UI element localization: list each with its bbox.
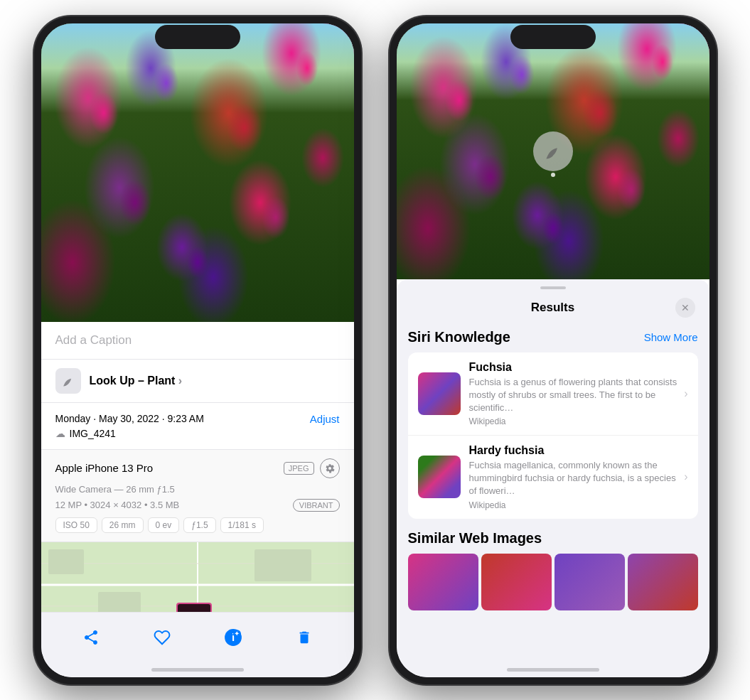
home-indicator bbox=[41, 663, 354, 677]
results-header: Results ✕ bbox=[397, 289, 709, 325]
settings-badge bbox=[320, 458, 340, 478]
lookup-row[interactable]: Look Up – Plant › bbox=[41, 360, 354, 403]
heart-icon bbox=[154, 629, 171, 646]
fuchsia-chevron: › bbox=[684, 387, 687, 400]
siri-knowledge-header: Siri Knowledge Show More bbox=[408, 329, 698, 345]
exif-row: ISO 50 26 mm 0 ev ƒ1.5 1/181 s bbox=[55, 517, 340, 533]
map-roads-svg bbox=[41, 542, 354, 612]
results-title: Results bbox=[431, 301, 675, 315]
visual-lookup-icon bbox=[55, 368, 81, 394]
fuchsia-item[interactable]: Fuchsia Fuchsia is a genus of flowering … bbox=[408, 352, 698, 436]
hardy-thumb bbox=[418, 456, 461, 498]
left-phone-notch bbox=[155, 25, 240, 49]
left-phone-screen: Add a Caption Look Up – Plant › Monday ·… bbox=[41, 23, 354, 677]
visual-search-dot bbox=[551, 173, 555, 177]
camera-details: Wide Camera — 26 mm ƒ1.5 bbox=[55, 484, 340, 495]
hardy-desc: Fuchsia magellanica, commonly known as t… bbox=[469, 459, 679, 498]
results-content: Siri Knowledge Show More Fuchsia Fuchsia… bbox=[397, 325, 709, 663]
knowledge-card: Fuchsia Fuchsia is a genus of flowering … bbox=[408, 352, 698, 519]
right-home-indicator bbox=[397, 663, 709, 677]
exposure-value: 0 ev bbox=[148, 517, 180, 533]
device-name-row: Apple iPhone 13 Pro JPEG bbox=[55, 458, 340, 478]
favorite-button[interactable] bbox=[148, 623, 176, 652]
photo-area[interactable] bbox=[41, 23, 354, 322]
iso-value: ISO 50 bbox=[55, 517, 97, 533]
similar-title: Similar Web Images bbox=[408, 530, 698, 546]
sparkle-info-icon: i ✦ bbox=[224, 628, 242, 647]
hardy-info: Hardy fuchsia Fuchsia magellanica, commo… bbox=[469, 444, 679, 510]
fuchsia-name: Fuchsia bbox=[469, 361, 679, 374]
aperture-value: ƒ1.5 bbox=[183, 517, 215, 533]
svg-rect-5 bbox=[98, 592, 141, 612]
trash-icon bbox=[296, 630, 312, 645]
siri-knowledge-title: Siri Knowledge bbox=[408, 329, 510, 345]
metadata-date: Monday · May 30, 2022 · 9:23 AM bbox=[55, 413, 204, 424]
settings-icon bbox=[325, 463, 335, 473]
hardy-name: Hardy fuchsia bbox=[469, 444, 679, 457]
right-phone-screen: Results ✕ Siri Knowledge Show More bbox=[397, 23, 709, 677]
device-section: Apple iPhone 13 Pro JPEG Wide Camera — 2… bbox=[41, 450, 354, 542]
show-more-button[interactable]: Show More bbox=[644, 331, 698, 343]
adjust-button[interactable]: Adjust bbox=[310, 413, 340, 425]
close-button[interactable]: ✕ bbox=[675, 298, 695, 318]
right-phone-notch bbox=[510, 25, 596, 49]
visual-search-button[interactable] bbox=[533, 131, 573, 171]
svg-rect-7 bbox=[48, 549, 84, 574]
similar-images-row bbox=[408, 554, 698, 610]
map-area[interactable] bbox=[41, 542, 354, 612]
share-icon bbox=[82, 629, 100, 646]
hardy-chevron: › bbox=[684, 470, 687, 483]
lookup-text: Look Up – Plant › bbox=[90, 375, 183, 387]
similar-image-4[interactable] bbox=[628, 554, 698, 610]
flower-overlay bbox=[41, 23, 354, 322]
fuchsia-thumb bbox=[418, 372, 461, 415]
jpeg-badge: JPEG bbox=[284, 462, 314, 475]
caption-area[interactable]: Add a Caption bbox=[41, 322, 354, 360]
delete-button[interactable] bbox=[290, 623, 318, 652]
visual-search-leaf-icon bbox=[543, 141, 563, 161]
caption-placeholder[interactable]: Add a Caption bbox=[55, 333, 132, 347]
similar-web-images-section: Similar Web Images bbox=[408, 530, 698, 610]
hardy-source: Wikipedia bbox=[469, 500, 679, 510]
similar-image-3[interactable] bbox=[555, 554, 625, 610]
focal-length: 26 mm bbox=[102, 517, 144, 533]
right-photo-area[interactable] bbox=[397, 23, 709, 279]
specs-text: 12 MP • 3024 × 4032 • 3.5 MB bbox=[55, 500, 180, 510]
shutter-value: 1/181 s bbox=[220, 517, 264, 533]
cloud-icon: ☁ bbox=[55, 428, 65, 439]
vibrant-badge: VIBRANT bbox=[293, 499, 340, 512]
device-name: Apple iPhone 13 Pro bbox=[55, 462, 154, 474]
svg-text:✦: ✦ bbox=[234, 630, 240, 637]
metadata-section: Monday · May 30, 2022 · 9:23 AM Adjust ☁… bbox=[41, 403, 354, 450]
specs-row: 12 MP • 3024 × 4032 • 3.5 MB VIBRANT bbox=[55, 499, 340, 512]
hardy-fuchsia-item[interactable]: Hardy fuchsia Fuchsia magellanica, commo… bbox=[408, 436, 698, 519]
metadata-filename: ☁ IMG_4241 bbox=[55, 428, 340, 439]
similar-image-1[interactable] bbox=[408, 554, 478, 610]
fuchsia-desc: Fuchsia is a genus of flowering plants t… bbox=[469, 376, 679, 415]
right-phone: Results ✕ Siri Knowledge Show More bbox=[390, 16, 717, 684]
right-home-bar bbox=[507, 668, 599, 672]
results-panel: Results ✕ Siri Knowledge Show More bbox=[397, 279, 709, 663]
fuchsia-info: Fuchsia Fuchsia is a genus of flowering … bbox=[469, 361, 679, 427]
info-button[interactable]: i ✦ bbox=[219, 623, 247, 652]
share-button[interactable] bbox=[77, 623, 105, 652]
home-bar bbox=[151, 668, 244, 672]
bottom-toolbar: i ✦ bbox=[41, 612, 354, 663]
format-badges: JPEG bbox=[284, 458, 340, 478]
left-phone: Add a Caption Look Up – Plant › Monday ·… bbox=[34, 16, 361, 684]
fuchsia-source: Wikipedia bbox=[469, 416, 679, 426]
leaf-icon bbox=[61, 374, 75, 388]
svg-rect-9 bbox=[178, 604, 210, 612]
svg-rect-6 bbox=[255, 549, 311, 581]
metadata-date-row: Monday · May 30, 2022 · 9:23 AM Adjust bbox=[55, 413, 340, 425]
similar-image-2[interactable] bbox=[481, 554, 552, 610]
